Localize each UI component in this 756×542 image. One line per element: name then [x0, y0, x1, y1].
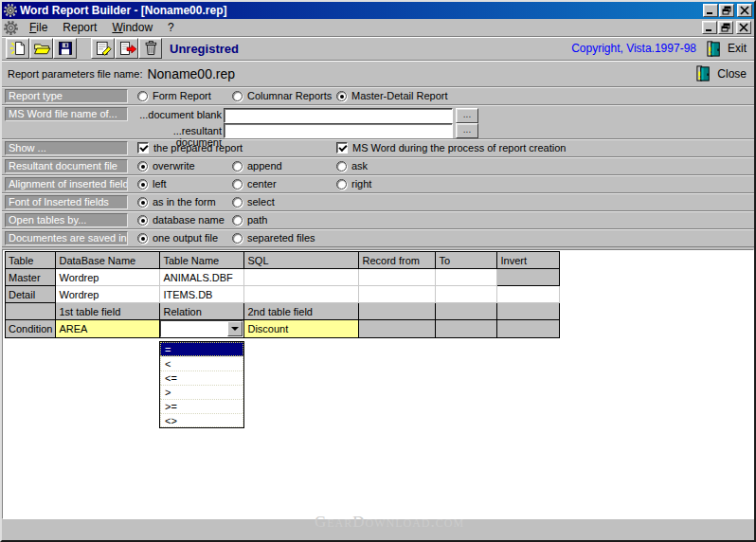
document-blank-label: ...document blank	[132, 109, 222, 120]
header-2nd-table-field: 2nd table field	[244, 303, 359, 320]
header-relation: Relation	[160, 303, 244, 320]
dropdown-item-greater-than[interactable]: >	[160, 385, 243, 399]
radio-label: ask	[351, 160, 368, 172]
combo-dropdown-button[interactable]	[227, 321, 243, 336]
copyright-label: Copyright, Vista.1997-98	[571, 42, 696, 55]
checkbox-icon	[137, 142, 149, 154]
unregistered-label: Unregistred	[170, 42, 239, 56]
open-tables-row: Open tables by... database name path	[2, 211, 754, 229]
menu-window[interactable]: Window	[104, 19, 160, 36]
condition-blank-cell	[436, 320, 497, 338]
radio-label: overwrite	[153, 160, 195, 172]
child-window-gear-icon[interactable]	[4, 21, 18, 35]
app-gear-icon	[4, 4, 17, 17]
show-label: Show ...	[5, 141, 128, 155]
condition-field1-cell[interactable]: AREA	[56, 320, 160, 338]
edit-report-button[interactable]	[91, 38, 115, 59]
condition-header-row: 1st table field Relation 2nd table field	[6, 303, 560, 320]
save-report-button[interactable]	[53, 38, 77, 59]
radio-icon	[232, 197, 243, 208]
dropdown-item-not-equal[interactable]: <>	[160, 413, 243, 427]
detail-row: Detail Wordrep ITEMS.DB	[6, 286, 560, 303]
condition-header-blank	[436, 303, 497, 320]
dropdown-item-less-than[interactable]: <	[160, 356, 243, 370]
export-to-word-button[interactable]	[115, 38, 138, 59]
resultant-document-input[interactable]	[224, 123, 453, 138]
master-to-cell[interactable]	[436, 269, 497, 286]
radio-font-select[interactable]: select	[232, 196, 275, 208]
dropdown-item-equals[interactable]: =	[160, 342, 243, 356]
radio-icon	[336, 91, 347, 101]
radio-icon	[232, 161, 243, 172]
relation-combobox[interactable]	[160, 320, 243, 337]
radio-label: database name	[153, 214, 225, 226]
radio-label: path	[247, 214, 267, 226]
radio-label: Columnar Reports	[247, 90, 332, 101]
open-tables-label: Open tables by...	[5, 213, 128, 227]
new-report-button[interactable]	[6, 38, 29, 59]
detail-to-cell[interactable]	[436, 286, 497, 303]
radio-label: separeted files	[247, 232, 315, 244]
detail-record-from-cell[interactable]	[359, 286, 436, 303]
checkbox-ms-word-during-creation[interactable]: MS Word during the process of report cre…	[336, 142, 566, 154]
radio-path[interactable]: path	[232, 214, 267, 226]
radio-columnar-reports[interactable]: Columnar Reports	[232, 90, 332, 101]
menu-help[interactable]: ?	[160, 19, 182, 36]
ms-word-filename-label: MS Word file name of...	[5, 107, 128, 121]
header-database-name: DataBase Name	[56, 252, 160, 269]
radio-one-output-file[interactable]: one output file	[137, 232, 218, 244]
radio-database-name[interactable]: database name	[137, 214, 225, 226]
close-button[interactable]: Close	[695, 64, 748, 82]
documents-saved-row: Documentes are saved in... one output fi…	[2, 229, 754, 247]
master-record-from-cell[interactable]	[359, 269, 436, 286]
exit-button[interactable]: Exit	[706, 40, 750, 58]
master-database-cell[interactable]: Wordrep	[56, 269, 160, 286]
master-table-name-cell[interactable]: ANIMALS.DBF	[160, 269, 244, 286]
mdi-close-button[interactable]	[736, 21, 751, 34]
open-report-button[interactable]	[29, 38, 53, 59]
radio-align-left[interactable]: left	[137, 178, 167, 190]
detail-invert-cell[interactable]	[497, 286, 560, 303]
resultant-document-browse-button[interactable]: ...	[456, 123, 478, 138]
radio-form-report[interactable]: Form Report	[137, 90, 211, 101]
menu-file[interactable]: File	[22, 19, 55, 36]
alignment-row: Alignment of inserted fields left center…	[2, 175, 754, 193]
radio-overwrite[interactable]: overwrite	[137, 160, 195, 172]
menu-bar: File Report Window ?	[2, 19, 754, 37]
master-invert-cell[interactable]	[497, 269, 560, 286]
condition-field2-cell[interactable]: Discount	[244, 320, 359, 338]
mdi-minimize-button[interactable]	[702, 21, 717, 34]
master-sql-cell[interactable]	[244, 269, 359, 286]
resultant-document-file-label: Resultant document file	[5, 159, 128, 173]
detail-table-name-cell[interactable]: ITEMS.DB	[160, 286, 244, 303]
detail-database-cell[interactable]: Wordrep	[56, 286, 160, 303]
detail-sql-cell[interactable]	[244, 286, 359, 303]
document-blank-input[interactable]	[224, 108, 453, 123]
master-row: Master Wordrep ANIMALS.DBF	[6, 269, 560, 286]
mdi-restore-button[interactable]	[718, 21, 733, 34]
radio-align-center[interactable]: center	[232, 178, 277, 190]
relation-value	[161, 321, 165, 336]
report-parameters-panel: Report type Form Report Columnar Reports…	[2, 87, 754, 247]
watermark: GearDownload.com	[315, 513, 464, 532]
radio-separated-files[interactable]: separeted files	[232, 232, 315, 244]
checkbox-prepared-report[interactable]: the prepared report	[137, 142, 243, 154]
radio-master-detail-report[interactable]: Master-Detail Report	[336, 90, 447, 101]
radio-align-right[interactable]: right	[336, 178, 371, 190]
close-window-button[interactable]	[737, 4, 752, 17]
relation-dropdown-list: = < <= > >= <>	[159, 341, 244, 428]
minimize-button[interactable]	[703, 4, 718, 17]
menu-report[interactable]: Report	[55, 19, 104, 36]
exit-door-icon	[706, 40, 724, 58]
dropdown-item-less-equal[interactable]: <=	[160, 370, 243, 385]
document-blank-browse-button[interactable]: ...	[456, 108, 478, 123]
condition-header-blank	[359, 303, 436, 320]
delete-report-button[interactable]	[138, 38, 162, 59]
radio-font-as-in-form[interactable]: as in the form	[137, 196, 216, 208]
radio-ask[interactable]: ask	[336, 160, 368, 172]
restore-button[interactable]	[719, 4, 734, 17]
dropdown-item-greater-equal[interactable]: >=	[160, 399, 243, 413]
close-door-icon	[695, 64, 713, 82]
radio-append[interactable]: append	[232, 160, 282, 172]
radio-icon	[137, 215, 148, 226]
